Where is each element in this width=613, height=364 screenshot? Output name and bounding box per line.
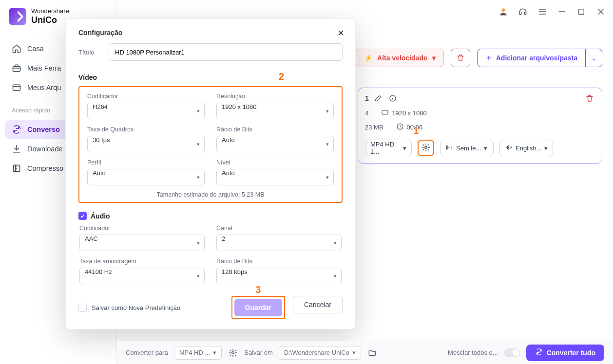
file-name: 1 xyxy=(365,94,369,102)
video-settings-box: Codificador H264 Resolução 1920 x 1080 T… xyxy=(78,86,343,203)
svg-point-9 xyxy=(232,351,234,354)
chevron-down-icon: ▾ xyxy=(484,145,487,152)
brand-sub: Wondershare xyxy=(31,8,69,15)
sidebar-label: Mais Ferra xyxy=(27,64,61,72)
svg-rect-1 xyxy=(13,85,20,91)
sidebar-label: Compresso xyxy=(27,164,63,172)
channel-select[interactable]: 2 xyxy=(216,235,342,251)
encoder-label: Codificador xyxy=(87,93,205,100)
compress-icon xyxy=(12,164,21,173)
annotation-1: 1 xyxy=(413,125,419,136)
audio-section-head: ✓ Áudio xyxy=(78,212,343,220)
minimize-icon[interactable] xyxy=(556,6,567,17)
annotation-3: 3 xyxy=(255,284,261,295)
user-icon[interactable] xyxy=(498,6,509,17)
video-section-head: Vídeo xyxy=(78,73,97,81)
settings-modal: Configuração ✕ Título Vídeo 2 Codificado… xyxy=(65,18,356,329)
edit-icon[interactable] xyxy=(373,93,383,104)
audio-bitrate-select[interactable]: 128 kbps xyxy=(216,268,342,284)
annotation-2: 2 xyxy=(279,71,284,82)
resolution-icon xyxy=(381,109,389,118)
high-speed-label: Alta velocidade xyxy=(377,54,427,62)
fps-label: Taxa de Quadros xyxy=(87,126,205,133)
profile-select[interactable]: Auto xyxy=(87,169,205,185)
audio-encoder-select[interactable]: AAC xyxy=(79,235,205,251)
titulo-label: Título xyxy=(78,49,101,56)
convert-icon xyxy=(12,125,21,134)
delete-all-button[interactable] xyxy=(451,49,470,67)
chevron-down-icon: ▾ xyxy=(544,145,548,152)
home-icon xyxy=(12,44,21,54)
audio-bitrate-label: Rácio de Bits xyxy=(216,258,342,265)
info-icon[interactable] xyxy=(387,93,398,104)
plus-icon: ＋ xyxy=(485,54,492,62)
save-preset-checkbox[interactable] xyxy=(78,304,87,312)
subtitle-select[interactable]: Sem le...▾ xyxy=(440,140,494,156)
merge-toggle[interactable] xyxy=(504,348,520,357)
file-card: 1 4 1920 x 1080 23 MB 00:06 MP4 HD 1...▾… xyxy=(358,88,602,164)
audio-encoder-label: Codificador xyxy=(79,225,205,232)
channel-label: Canal xyxy=(216,225,342,232)
gear-icon xyxy=(421,143,430,153)
video-bitrate-select[interactable]: Auto xyxy=(216,136,334,152)
close-icon[interactable]: ✕ xyxy=(337,28,345,38)
file-resolution: 1920 x 1080 xyxy=(381,109,427,118)
sidebar-label: Meus Arqu xyxy=(27,84,61,91)
level-select[interactable]: Auto xyxy=(216,169,334,185)
sidebar-label: Converso xyxy=(27,126,60,133)
file-format: 4 xyxy=(365,109,368,118)
convert-icon xyxy=(535,348,543,357)
title-input[interactable] xyxy=(109,43,343,61)
file-toolbar: ⚡ Alta velocidade ▾ ＋ Adicionar arquivos… xyxy=(356,49,602,67)
brand-main: UniCo xyxy=(31,15,69,25)
headset-icon[interactable] xyxy=(517,6,528,17)
add-files-button[interactable]: ＋ Adicionar arquivos/pasta xyxy=(477,49,586,67)
output-settings-button[interactable] xyxy=(418,140,434,156)
chevron-down-icon: ▾ xyxy=(213,349,216,356)
sidebar-label: Downloade xyxy=(27,145,63,153)
convert-to-select[interactable]: MP4 HD ...▾ xyxy=(174,346,222,360)
toolbox-icon xyxy=(12,63,21,73)
audio-icon xyxy=(505,144,513,153)
clock-icon xyxy=(396,123,404,132)
save-to-label: Salvar em xyxy=(244,349,273,356)
video-encoder-select[interactable]: H264 xyxy=(87,103,205,119)
high-speed-button[interactable]: ⚡ Alta velocidade ▾ xyxy=(356,49,444,67)
output-format-select[interactable]: MP4 HD 1...▾ xyxy=(365,140,412,156)
convert-to-label: Converter para xyxy=(126,349,168,356)
sidebar-label: Casa xyxy=(27,45,44,53)
trash-icon[interactable] xyxy=(584,93,595,104)
resolution-select[interactable]: 1920 x 1080 xyxy=(216,103,334,119)
merge-label: Mesclar todos o... xyxy=(448,349,498,356)
audio-checkbox[interactable]: ✓ xyxy=(78,212,87,220)
chevron-down-icon: ▾ xyxy=(352,349,356,356)
estimated-size: Tamanho estimado do arquivo: 5.23 MB xyxy=(87,191,334,198)
cancel-button[interactable]: Cancelar xyxy=(293,296,343,313)
convert-all-button[interactable]: Converter tudo xyxy=(526,345,604,361)
add-files-label: Adicionar arquivos/pasta xyxy=(496,54,577,62)
save-button[interactable]: Guardar xyxy=(234,299,282,316)
gear-icon[interactable] xyxy=(228,347,238,358)
resolution-label: Resolução xyxy=(216,93,334,100)
fps-select[interactable]: 30 fps xyxy=(87,136,205,152)
menu-icon[interactable] xyxy=(537,6,548,17)
profile-label: Perfil xyxy=(87,159,205,166)
chevron-down-icon: ▾ xyxy=(432,54,436,62)
svg-rect-4 xyxy=(579,9,584,15)
save-to-select[interactable]: D:\Wondershare UniCo▾ xyxy=(279,346,361,360)
logo-icon xyxy=(9,8,26,25)
chevron-down-icon: ▾ xyxy=(403,145,406,152)
file-size: 23 MB xyxy=(365,123,383,132)
svg-point-3 xyxy=(502,8,505,12)
svg-point-8 xyxy=(425,146,427,148)
save-preset-label: Salvar como Nova Predefinição xyxy=(92,304,180,311)
modal-title: Configuração xyxy=(78,29,343,36)
folder-icon[interactable] xyxy=(367,347,378,358)
svg-rect-0 xyxy=(13,67,20,72)
maximize-icon[interactable] xyxy=(576,6,587,17)
sample-select[interactable]: 44100 Hz xyxy=(79,268,205,284)
audio-track-select[interactable]: English...▾ xyxy=(499,140,553,156)
bottom-bar: Converter para MP4 HD ...▾ Salvar em D:\… xyxy=(117,341,613,364)
close-icon[interactable] xyxy=(595,6,606,17)
add-files-dropdown[interactable]: ⌄ xyxy=(586,49,602,67)
